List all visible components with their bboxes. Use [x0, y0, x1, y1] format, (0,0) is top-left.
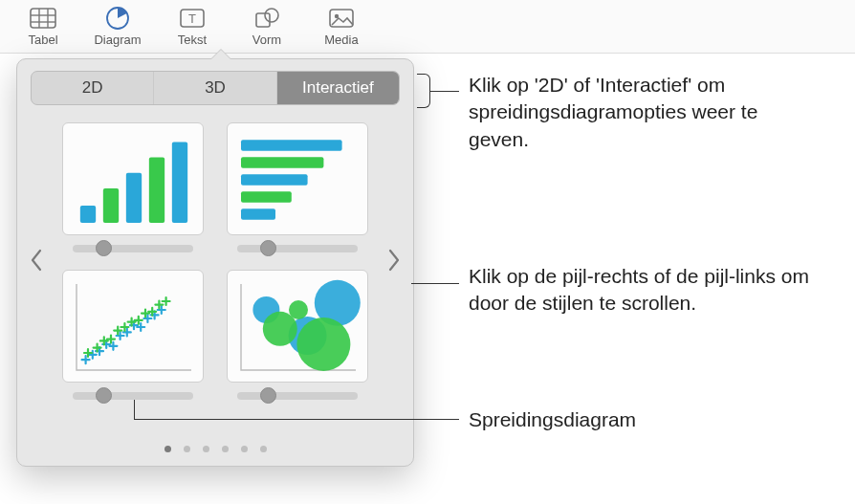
tab-2d[interactable]: 2D — [32, 72, 154, 104]
toolbar-item-tekst[interactable]: T Tekst — [166, 6, 218, 47]
chart-category-tabs: 2D 3D Interactief — [31, 71, 400, 105]
svg-rect-20 — [241, 191, 292, 203]
svg-rect-13 — [103, 188, 119, 223]
chevron-right-icon[interactable] — [381, 241, 407, 279]
shape-icon — [252, 6, 282, 31]
page-dot[interactable] — [260, 446, 267, 452]
thumb-slider[interactable] — [237, 245, 358, 252]
chart-thumb-column[interactable] — [61, 122, 205, 252]
tab-interactief[interactable]: Interactief — [277, 72, 399, 104]
toolbar-label: Diagram — [94, 33, 141, 47]
thumb-slider[interactable] — [73, 392, 193, 400]
text-icon: T — [177, 6, 208, 31]
toolbar-item-vorm[interactable]: Vorm — [241, 6, 293, 47]
chart-thumb-bar[interactable] — [226, 122, 369, 252]
svg-point-26 — [289, 300, 308, 319]
table-icon — [28, 6, 58, 31]
bar-chart-icon — [227, 122, 368, 235]
svg-rect-0 — [31, 9, 55, 28]
bracket-icon — [417, 74, 430, 108]
thumb-slider[interactable] — [237, 392, 358, 400]
page-dot[interactable] — [184, 446, 190, 452]
leader-line — [430, 91, 459, 92]
leader-line — [134, 400, 135, 419]
pie-chart-icon — [102, 6, 133, 31]
svg-point-27 — [296, 318, 350, 371]
image-icon — [326, 6, 357, 31]
toolbar-label: Tekst — [178, 33, 207, 47]
toolbar-item-media[interactable]: Media — [316, 6, 367, 47]
chart-thumb-scatter[interactable] — [61, 270, 205, 400]
svg-point-9 — [265, 9, 278, 22]
toolbar-label: Vorm — [252, 33, 281, 47]
svg-rect-16 — [172, 142, 187, 223]
svg-text:T: T — [188, 11, 196, 26]
leader-line — [411, 283, 459, 284]
page-dot[interactable] — [164, 446, 171, 452]
annotation-scatter: Spreidingsdiagram — [469, 406, 636, 433]
bubble-chart-icon — [227, 270, 368, 383]
chart-style-carousel — [17, 109, 413, 400]
tab-3d[interactable]: 3D — [154, 72, 276, 104]
page-dots — [17, 446, 413, 452]
toolbar-item-diagram[interactable]: Diagram — [92, 6, 143, 47]
chart-picker-popover: 2D 3D Interactief — [16, 58, 414, 467]
annotation-arrows: Klik op de pijl-rechts of de pijl-links … — [469, 263, 813, 318]
page-dot[interactable] — [203, 446, 209, 452]
scatter-chart-icon — [62, 270, 204, 383]
page-dot[interactable] — [241, 446, 248, 452]
svg-rect-15 — [149, 158, 164, 223]
column-chart-icon — [62, 122, 204, 235]
page-dot[interactable] — [222, 446, 229, 452]
toolbar-label: Tabel — [28, 33, 57, 47]
svg-rect-19 — [241, 174, 308, 186]
svg-rect-18 — [241, 157, 323, 168]
chart-thumb-bubble[interactable] — [226, 270, 369, 400]
svg-rect-12 — [80, 206, 96, 223]
chart-thumb-grid — [61, 122, 369, 400]
svg-rect-17 — [241, 140, 342, 151]
toolbar: Tabel Diagram T Tekst Vorm Media — [0, 0, 855, 54]
toolbar-item-tabel[interactable]: Tabel — [17, 6, 69, 47]
svg-rect-21 — [241, 208, 275, 220]
svg-rect-14 — [126, 173, 142, 223]
annotation-tabs: Klik op '2D' of 'Interactief' om spreidi… — [469, 72, 813, 153]
thumb-slider[interactable] — [73, 245, 193, 252]
leader-line — [134, 419, 459, 420]
toolbar-label: Media — [324, 33, 358, 47]
chevron-left-icon[interactable] — [23, 241, 50, 279]
